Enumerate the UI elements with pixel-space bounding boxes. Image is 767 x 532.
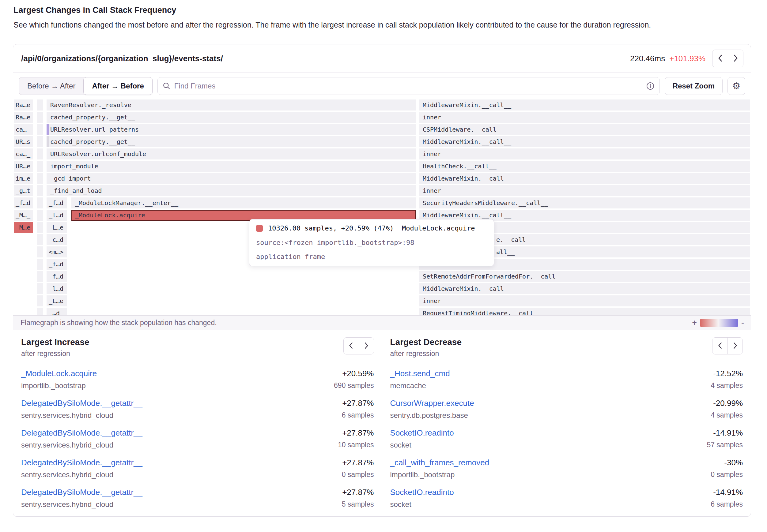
function-link[interactable]: CursorWrapper.execute bbox=[390, 399, 474, 408]
flamegraph-frame[interactable]: SecurityHeadersMiddleware.__call__ bbox=[419, 197, 750, 208]
function-link[interactable]: SocketIO.readinto bbox=[390, 488, 454, 497]
function-link[interactable]: _Host.send_cmd bbox=[390, 369, 450, 378]
flamegraph-frame[interactable]: _ModuleLockManager.__enter__ bbox=[71, 197, 416, 208]
flamegraph-frame[interactable]: Ra…e bbox=[14, 99, 33, 111]
flamegraph-frame[interactable]: MiddlewareMixin.__call__ bbox=[419, 99, 750, 111]
diff-color-legend: + - bbox=[692, 318, 744, 328]
toggle-after-before[interactable]: After → Before bbox=[83, 77, 152, 95]
flamegraph-frame[interactable]: cached_property.__get__ bbox=[47, 136, 416, 147]
decrease-next-button[interactable] bbox=[728, 338, 743, 354]
flamegraph-frame[interactable]: RavenResolver._resolve bbox=[47, 99, 416, 111]
find-frames-search[interactable] bbox=[157, 77, 660, 95]
flamegraph-frame[interactable]: _f…d bbox=[47, 271, 67, 282]
flamegraph-frame[interactable]: cached_property.__get__ bbox=[47, 112, 416, 123]
flamegraph-frame[interactable] bbox=[37, 161, 43, 172]
flamegraph-frame[interactable]: MiddlewareMixin.__call__ bbox=[419, 136, 750, 147]
flamegraph-frame[interactable]: inner bbox=[419, 295, 750, 306]
flamegraph-frame[interactable]: _…d bbox=[47, 308, 67, 315]
page-description: See which functions changed the most bef… bbox=[13, 19, 709, 31]
flamegraph-frame[interactable]: import_module bbox=[47, 161, 416, 172]
flamegraph-frame[interactable]: <m…> bbox=[47, 246, 67, 257]
flamegraph-frame[interactable]: _c…d bbox=[47, 234, 67, 245]
flamegraph-frame[interactable]: UR…s bbox=[14, 136, 33, 147]
differential-flamegraph[interactable]: Ra…eRavenResolver._resolveMiddlewareMixi… bbox=[13, 99, 751, 315]
decrease-prev-button[interactable] bbox=[713, 338, 728, 354]
flamegraph-row: Ra…ecached_property.__get__inner bbox=[13, 112, 751, 123]
flamegraph-frame[interactable] bbox=[37, 295, 43, 306]
next-endpoint-button[interactable] bbox=[728, 50, 743, 67]
toggle-before-after[interactable]: Before → After bbox=[19, 77, 84, 95]
flamegraph-frame[interactable]: _M…e bbox=[14, 222, 33, 233]
flamegraph-frame[interactable] bbox=[37, 185, 43, 196]
flamegraph-frame[interactable]: _g…t bbox=[14, 185, 33, 196]
function-link[interactable]: DelegatedBySiloMode.__getattr__ bbox=[21, 399, 142, 408]
flamegraph-row: _f…dSetRemoteAddrFromForwardedFor.__call… bbox=[13, 271, 751, 282]
chevron-right-icon bbox=[733, 342, 737, 350]
flamegraph-frame[interactable] bbox=[37, 148, 43, 159]
flamegraph-frame[interactable]: HealthCheck.__call__ bbox=[419, 161, 750, 172]
prev-endpoint-button[interactable] bbox=[713, 50, 728, 67]
increase-prev-button[interactable] bbox=[344, 338, 359, 354]
flamegraph-row: _l…dMiddlewareMixin.__call__ bbox=[13, 283, 751, 294]
flamegraph-frame[interactable]: SetRemoteAddrFromForwardedFor.__call__ bbox=[419, 271, 750, 282]
flamegraph-frame[interactable] bbox=[37, 197, 43, 208]
info-icon[interactable] bbox=[646, 82, 655, 90]
flamegraph-frame[interactable] bbox=[37, 246, 43, 257]
flamegraph-frame[interactable]: _l…d bbox=[47, 283, 67, 294]
flamegraph-frame[interactable] bbox=[37, 99, 43, 111]
function-change-item: CursorWrapper.executesentry.db.postgres.… bbox=[390, 395, 743, 425]
flamegraph-frame[interactable] bbox=[37, 283, 43, 294]
flamegraph-frame[interactable]: _M…_ bbox=[14, 210, 33, 221]
flamegraph-frame[interactable]: _L…e bbox=[47, 222, 67, 233]
flamegraph-frame[interactable]: URLResolver.url_patterns bbox=[47, 124, 416, 135]
flamegraph-frame[interactable]: CSPMiddleware.__call__ bbox=[419, 124, 750, 135]
settings-button[interactable]: ⚙ bbox=[728, 77, 745, 95]
tooltip-source-text: source:<frozen importlib._bootstrap>:98 bbox=[256, 239, 487, 246]
flamegraph-frame[interactable]: Ra…e bbox=[14, 112, 33, 123]
flamegraph-frame[interactable] bbox=[37, 222, 43, 233]
flamegraph-frame[interactable] bbox=[37, 308, 43, 315]
flamegraph-frame[interactable]: _l…d bbox=[47, 210, 67, 221]
flamegraph-frame[interactable] bbox=[37, 136, 43, 147]
flamegraph-frame[interactable] bbox=[37, 259, 43, 270]
flamegraph-frame[interactable]: inner bbox=[419, 148, 750, 159]
diff-gradient-bar bbox=[700, 319, 738, 327]
frame-tooltip: 10326.00 samples, +20.59% (47%) _ModuleL… bbox=[249, 219, 494, 266]
flamegraph-frame[interactable]: inner bbox=[419, 112, 750, 123]
flamegraph-frame[interactable] bbox=[37, 173, 43, 184]
flamegraph-frame[interactable]: im…e bbox=[14, 173, 33, 184]
reset-zoom-button[interactable]: Reset Zoom bbox=[665, 77, 723, 95]
function-link[interactable]: _ModuleLock.acquire bbox=[21, 369, 97, 378]
flamegraph-frame[interactable]: _f…d bbox=[47, 197, 67, 208]
flamegraph-frame[interactable] bbox=[37, 210, 43, 221]
flamegraph-frame[interactable]: ca…_ bbox=[14, 124, 33, 135]
flamegraph-frame[interactable]: MiddlewareMixin.__call__ bbox=[419, 173, 750, 184]
function-link[interactable]: SocketIO.readinto bbox=[390, 428, 454, 437]
increase-next-button[interactable] bbox=[359, 338, 374, 354]
flamegraph-frame[interactable]: URLResolver.urlconf_module bbox=[47, 148, 416, 159]
flamegraph-frame[interactable]: UR…e bbox=[14, 161, 33, 172]
flamegraph-frame[interactable]: _L…e bbox=[47, 295, 67, 306]
flamegraph-frame[interactable]: ca…_ bbox=[14, 148, 33, 159]
search-input[interactable] bbox=[174, 78, 646, 94]
flamegraph-frame[interactable]: _gcd_import bbox=[47, 173, 416, 184]
function-link[interactable]: DelegatedBySiloMode.__getattr__ bbox=[21, 428, 142, 437]
flamegraph-row: UR…scached_property.__get__MiddlewareMix… bbox=[13, 136, 751, 147]
flamegraph-frame[interactable] bbox=[37, 271, 43, 282]
flamegraph-frame[interactable] bbox=[37, 124, 43, 135]
function-link[interactable]: _call_with_frames_removed bbox=[390, 458, 490, 467]
change-percent: +101.93% bbox=[669, 54, 705, 63]
change-percent: +27.87% bbox=[342, 399, 374, 408]
flamegraph-frame[interactable]: _f…d bbox=[14, 197, 33, 208]
flamegraph-frame[interactable]: _f…d bbox=[47, 259, 67, 270]
flamegraph-frame[interactable]: inner bbox=[419, 185, 750, 196]
flamegraph-frame[interactable]: MiddlewareMixin.__call__ bbox=[419, 283, 750, 294]
change-percent: -20.99% bbox=[711, 399, 743, 408]
function-change-item: DelegatedBySiloMode.__getattr__sentry.se… bbox=[21, 395, 374, 425]
flamegraph-frame[interactable] bbox=[37, 234, 43, 245]
flamegraph-frame[interactable]: RequestTimingMiddleware.__call__ bbox=[419, 308, 750, 315]
function-link[interactable]: DelegatedBySiloMode.__getattr__ bbox=[21, 458, 142, 467]
flamegraph-frame[interactable] bbox=[37, 112, 43, 123]
flamegraph-frame[interactable]: _find_and_load bbox=[47, 185, 416, 196]
function-link[interactable]: DelegatedBySiloMode.__getattr__ bbox=[21, 488, 142, 497]
